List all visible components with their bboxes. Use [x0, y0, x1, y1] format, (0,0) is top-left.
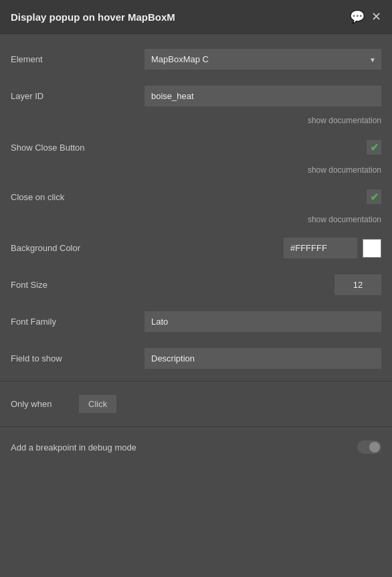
layer-id-row: Layer ID [0, 78, 392, 114]
element-select[interactable]: MapBoxMap C MapBoxMap B MapBoxMap A [144, 49, 381, 70]
element-select-wrapper: MapBoxMap C MapBoxMap B MapBoxMap A [144, 49, 381, 70]
show-close-doc-row: show documentation [0, 164, 392, 180]
color-swatch[interactable] [363, 239, 381, 258]
content-area: Element MapBoxMap C MapBoxMap B MapBoxMa… [0, 34, 392, 577]
divider-2 [0, 426, 392, 427]
layer-id-doc-link[interactable]: show documentation [308, 116, 381, 125]
color-row [284, 238, 381, 258]
font-family-display[interactable]: Lato [144, 311, 381, 332]
field-to-show-control: Description [144, 348, 381, 369]
font-family-control: Lato [144, 311, 381, 332]
layer-id-input[interactable] [144, 86, 381, 106]
layer-id-control [144, 86, 381, 106]
debug-row: Add a breakpoint in debug mode [0, 431, 392, 463]
show-close-button-row: Show Close Button ✔ [0, 131, 392, 164]
show-close-button-control: ✔ [144, 140, 381, 155]
close-on-click-label: Close on click [11, 192, 144, 202]
field-to-show-label: Field to show [11, 353, 144, 363]
only-when-label: Only when [11, 399, 71, 409]
background-color-label: Background Color [11, 243, 144, 253]
show-close-button-check-icon: ✔ [370, 141, 379, 154]
font-family-row: Font Family Lato [0, 303, 392, 340]
field-to-show-display[interactable]: Description [144, 348, 381, 369]
field-to-show-row: Field to show Description [0, 340, 392, 377]
only-when-tag[interactable]: Click [79, 395, 116, 413]
panel-title: Display popup on hover MapBoxM [11, 11, 175, 23]
font-size-label: Font Size [11, 280, 144, 290]
color-hex-input[interactable] [284, 238, 357, 258]
debug-toggle-knob [369, 442, 380, 452]
divider-1 [0, 381, 392, 382]
close-on-click-control: ✔ [144, 189, 381, 204]
only-when-row: Only when Click [0, 386, 392, 422]
layer-id-label: Layer ID [11, 91, 144, 101]
font-size-control [144, 274, 381, 295]
header: Display popup on hover MapBoxM 💬 ✕ [0, 0, 392, 34]
header-actions: 💬 ✕ [350, 9, 381, 24]
show-close-button-label: Show Close Button [11, 143, 144, 153]
element-row: Element MapBoxMap C MapBoxMap B MapBoxMa… [0, 41, 392, 78]
close-on-click-doc-link[interactable]: show documentation [308, 215, 381, 224]
font-size-row: Font Size [0, 266, 392, 303]
close-icon[interactable]: ✕ [371, 9, 381, 24]
background-color-row: Background Color [0, 230, 392, 266]
debug-toggle[interactable] [357, 440, 381, 454]
close-on-click-checkbox[interactable]: ✔ [367, 189, 381, 204]
show-close-button-checkbox[interactable]: ✔ [367, 140, 381, 155]
comment-icon[interactable]: 💬 [350, 9, 365, 24]
layer-id-doc-row: show documentation [0, 114, 392, 131]
font-family-label: Font Family [11, 317, 144, 327]
close-on-click-doc-row: show documentation [0, 214, 392, 230]
close-on-click-check-icon: ✔ [370, 191, 379, 203]
element-control: MapBoxMap C MapBoxMap B MapBoxMap A [144, 49, 381, 70]
panel: Display popup on hover MapBoxM 💬 ✕ Eleme… [0, 0, 392, 577]
font-size-input[interactable] [334, 274, 381, 295]
element-label: Element [11, 54, 144, 64]
background-color-control [144, 238, 381, 258]
show-close-doc-link[interactable]: show documentation [308, 165, 381, 175]
close-on-click-row: Close on click ✔ [0, 180, 392, 214]
debug-label: Add a breakpoint in debug mode [11, 442, 136, 452]
